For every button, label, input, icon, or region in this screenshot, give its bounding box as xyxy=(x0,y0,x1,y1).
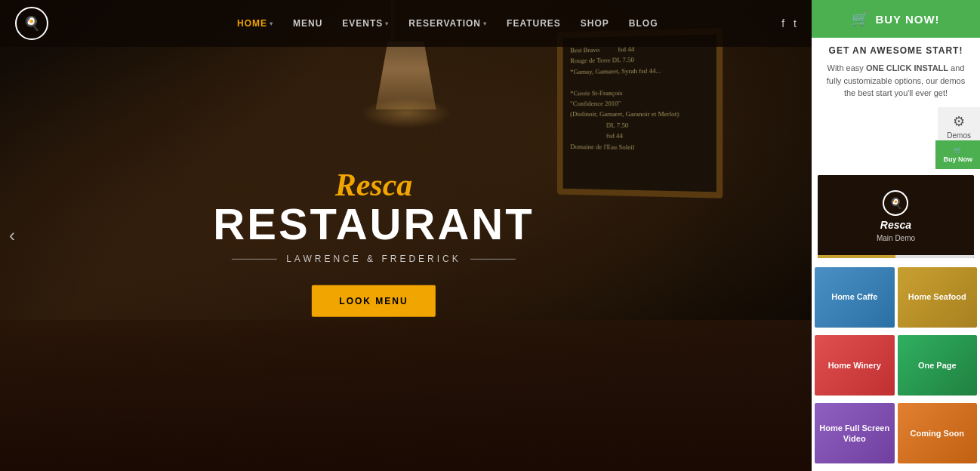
nav-home[interactable]: HOME ▾ xyxy=(230,18,281,29)
demo-grid: Home Caffe Home Seafood Home Winery One … xyxy=(812,264,980,472)
menu-board-text: Best Bravo fsd 44 Rouge de Terre DL 7.50… xyxy=(570,42,708,153)
demo-logo-circle: 🍳 xyxy=(883,190,908,216)
demo-accent-bar xyxy=(818,255,974,258)
menu-board-decoration: Best Bravo fsd 44 Rouge de Terre DL 7.50… xyxy=(557,28,723,198)
nav-features[interactable]: FEATURES xyxy=(499,18,569,29)
nav-menu[interactable]: MENU xyxy=(285,18,330,29)
demo-chef-icon: 🍳 xyxy=(889,197,902,209)
main-demo-logo: 🍳 Resca xyxy=(880,190,911,231)
demo-tile-home-caffe[interactable]: Home Caffe xyxy=(815,267,895,328)
site-logo[interactable]: 🍳 xyxy=(15,7,48,40)
brand-script: Resca xyxy=(213,169,534,201)
chevron-down-icon: ▾ xyxy=(385,20,389,27)
chevron-down-icon: ▾ xyxy=(483,20,487,27)
demo-tile-home-fullscreen[interactable]: Home Full Screen Video xyxy=(815,403,895,463)
demo-tile-label: Home Caffe xyxy=(831,291,877,302)
nav-reservation[interactable]: RESERVATION ▾ xyxy=(401,18,495,29)
lamp-glow xyxy=(361,98,451,128)
cart-icon: 🛒 xyxy=(852,11,869,27)
get-start-heading: GET AN AWESOME START! xyxy=(812,38,980,59)
hero-content: Resca RESTAURANT LAWRENCE & FREDERICK LO… xyxy=(213,169,534,317)
main-demo-preview[interactable]: 🍳 Resca Main Demo xyxy=(818,175,974,258)
demo-tile-label: Home Winery xyxy=(828,360,881,371)
nav-shop[interactable]: SHOP xyxy=(573,18,617,29)
facebook-icon[interactable]: f xyxy=(781,17,784,29)
sidebar-buy-now-button[interactable]: 🛒 Buy Now xyxy=(935,140,980,169)
logo-icon: 🍳 xyxy=(23,15,40,32)
cta-button[interactable]: LOOK MENU xyxy=(312,285,435,317)
demo-tile-label: Coming Soon xyxy=(911,428,965,439)
demo-tile-one-page[interactable]: One Page xyxy=(898,335,978,396)
hero-section: Best Bravo fsd 44 Rouge de Terre DL 7.50… xyxy=(0,0,812,471)
table-surface xyxy=(0,320,812,471)
brand-title: RESTAURANT xyxy=(213,202,534,246)
demo-tile-coming-soon[interactable]: Coming Soon xyxy=(898,403,978,463)
nav-events[interactable]: EVENTS ▾ xyxy=(334,18,396,29)
social-links: f t xyxy=(781,17,797,29)
gear-icon: ⚙ xyxy=(953,113,965,130)
buy-now-button[interactable]: 🛒 BUY NOW! xyxy=(812,0,980,38)
cart-icon-small: 🛒 xyxy=(954,146,962,154)
demo-tile-home-winery[interactable]: Home Winery xyxy=(815,335,895,396)
description-text: With easy ONE CLICK INSTALL and fully cu… xyxy=(812,59,980,107)
main-demo-label: Main Demo xyxy=(877,234,915,242)
floating-controls: ⚙ Demos 🛒 Buy Now xyxy=(812,107,980,171)
demo-tile-home-seafood[interactable]: Home Seafood xyxy=(898,267,978,328)
nav-links: HOME ▾ MENU EVENTS ▾ RESERVATION ▾ FEATU… xyxy=(230,18,666,29)
navbar: 🍳 HOME ▾ MENU EVENTS ▾ RESERVATION ▾ FEA… xyxy=(0,0,812,47)
demo-brand-name: Resca xyxy=(880,219,911,231)
demo-tile-label: Home Seafood xyxy=(908,291,966,302)
demo-tile-label: One Page xyxy=(918,360,957,371)
brand-subtitle: LAWRENCE & FREDERICK xyxy=(213,254,534,264)
demo-tile-label: Home Full Screen Video xyxy=(815,423,895,445)
nav-blog[interactable]: BLOG xyxy=(621,18,666,29)
carousel-prev-arrow[interactable]: ‹ xyxy=(9,225,15,246)
twitter-icon[interactable]: t xyxy=(794,17,797,29)
sidebar-panel: 🛒 BUY NOW! GET AN AWESOME START! With ea… xyxy=(812,0,980,471)
chevron-down-icon: ▾ xyxy=(270,20,273,27)
